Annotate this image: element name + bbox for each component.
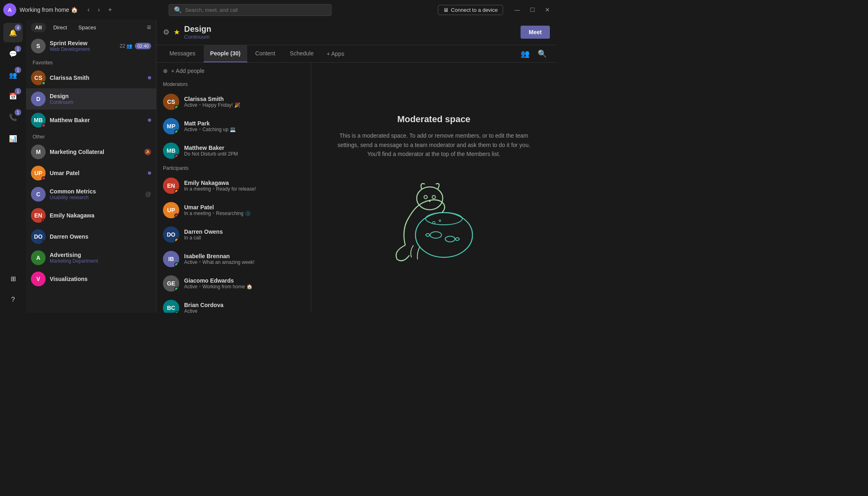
list-item[interactable]: CS Clarissa Smith — [26, 67, 156, 88]
people-info: Isabelle Brennan Active • What an amazin… — [184, 253, 304, 265]
chat-name: Darren Owens — [50, 233, 151, 240]
chat-info: Umar Patel — [50, 170, 144, 176]
people-info: Matt Park Active • Catching up 💻 — [184, 120, 304, 132]
timer-badge: 02:40 — [135, 43, 151, 49]
tab-messages[interactable]: Messages — [163, 45, 202, 62]
list-item[interactable]: D Design Continuum — [26, 88, 156, 110]
maximize-button[interactable]: ☐ — [527, 5, 538, 15]
channel-title-wrap: Design Continuum — [184, 24, 516, 40]
status-dot — [174, 129, 179, 134]
sidebar-item-teams[interactable]: 👥 1 — [3, 65, 23, 85]
status-dot — [174, 262, 179, 267]
channel-tabs: Messages People (30) Content Schedule + … — [156, 45, 556, 63]
search-input[interactable] — [185, 7, 326, 13]
list-item[interactable]: IB Isabelle Brennan Active • What an ama… — [156, 247, 311, 271]
list-item[interactable]: MB Matthew Baker Do Not Disturb until 2P… — [156, 138, 311, 163]
app-title: Working from home 🏠 — [20, 7, 78, 13]
search-bar[interactable]: 🔍 — [169, 4, 332, 16]
svg-point-0 — [415, 213, 472, 257]
sidebar-item-add-apps[interactable]: ⊞ — [3, 269, 23, 288]
tab-people[interactable]: People (30) — [204, 45, 247, 62]
content-area: ⚙ ★ Design Continuum Meet Messages Peopl… — [156, 20, 556, 313]
sidebar-item-chat[interactable]: 💬 1 — [3, 44, 23, 64]
people-name: Emily Nakagawa — [184, 180, 304, 186]
list-item[interactable]: GE Giacomo Edwards Active • Working from… — [156, 271, 311, 296]
list-item[interactable]: M Marketing Collateral 🔕 — [26, 141, 156, 162]
status-dot — [174, 213, 179, 218]
star-icon[interactable]: ★ — [174, 28, 180, 37]
nav-back-button[interactable]: ‹ — [84, 4, 93, 15]
status-text: Active • Happy Friday! 🎉 — [184, 102, 304, 108]
search-tab-icon[interactable]: 🔍 — [534, 46, 550, 61]
list-item[interactable]: UP Umar Patel In a meeting • Researching… — [156, 198, 311, 222]
chat-name: Matthew Baker — [50, 117, 144, 123]
member-count: 22 👥 — [120, 43, 133, 49]
avatar: D — [31, 92, 46, 106]
meet-button[interactable]: Meet — [521, 26, 550, 39]
sidebar-item-help[interactable]: ? — [3, 290, 23, 309]
sidebar-item-calendar[interactable]: 📅 1 — [3, 86, 23, 106]
activity-badge: 4 — [15, 24, 21, 31]
members-icon[interactable]: 👥 — [517, 46, 533, 61]
chat-name: Common Metrics — [50, 188, 141, 195]
tab-schedule[interactable]: Schedule — [283, 45, 320, 62]
tab-content[interactable]: Content — [249, 45, 282, 62]
sidebar-item-activity[interactable]: 🔔 4 — [3, 23, 23, 42]
list-item[interactable]: S Sprint Review Web Development 22 👥 02:… — [26, 35, 156, 57]
people-layout: ⊕ + Add people Moderators CS Clarissa Sm… — [156, 63, 556, 313]
avatar: MP — [163, 118, 179, 134]
list-item[interactable]: MB Matthew Baker — [26, 110, 156, 131]
list-item[interactable]: UP Umar Patel — [26, 162, 156, 184]
chat-name: Umar Patel — [50, 170, 144, 176]
status-text: In a meeting • Researching 🌑 — [184, 211, 304, 216]
list-item[interactable]: EN Emily Nakagawa In a meeting • Ready f… — [156, 173, 311, 198]
list-item[interactable]: DO Darren Owens In a call — [156, 222, 311, 247]
list-item[interactable]: BC Brian Cordova Active — [156, 296, 311, 313]
title-bar-nav: ‹ › + — [84, 4, 115, 15]
favorites-section-label: Favorites — [26, 57, 156, 67]
status-dot — [42, 176, 46, 180]
avatar: EN — [163, 178, 179, 194]
list-item[interactable]: EN Emily Nakagawa — [26, 205, 156, 226]
status-dot — [174, 238, 179, 242]
settings-icon[interactable]: ⚙ — [163, 28, 169, 37]
sprint-badge: 22 👥 02:40 — [120, 43, 151, 49]
chat-list: S Sprint Review Web Development 22 👥 02:… — [26, 35, 156, 313]
list-item[interactable]: V Visualizations — [26, 268, 156, 290]
nav-forward-button[interactable]: › — [94, 4, 103, 15]
moderators-label: Moderators — [156, 79, 311, 90]
list-item[interactable]: CS Clarissa Smith Active • Happy Friday!… — [156, 90, 311, 114]
chat-info: Marketing Collateral — [50, 149, 140, 155]
user-avatar[interactable]: A — [3, 3, 16, 16]
title-bar: A Working from home 🏠 ‹ › + 🔍 🖥 Connect … — [0, 0, 556, 20]
people-info: Darren Owens In a call — [184, 228, 304, 241]
avatar: IB — [163, 251, 179, 267]
filter-menu-button[interactable]: ≡ — [147, 23, 151, 32]
nav-add-button[interactable]: + — [105, 4, 115, 15]
avatar: DO — [31, 229, 46, 244]
add-apps-tab[interactable]: + Apps — [322, 47, 349, 60]
list-item[interactable]: A Advertising Marketing Department — [26, 247, 156, 268]
minimize-button[interactable]: — — [511, 5, 523, 15]
close-button[interactable]: ✕ — [542, 5, 553, 15]
list-item[interactable]: MP Matt Park Active • Catching up 💻 — [156, 114, 311, 138]
people-name: Giacomo Edwards — [184, 277, 304, 284]
list-item[interactable]: C Common Metrics Usability research @ — [26, 184, 156, 205]
chat-info: Sprint Review Web Development — [50, 40, 116, 52]
other-section-label: Other — [26, 131, 156, 141]
unread-indicator — [148, 76, 151, 79]
filter-all-button[interactable]: All — [31, 23, 46, 32]
people-name: Brian Cordova — [184, 302, 304, 308]
status-dot — [42, 81, 46, 85]
sidebar-item-calls[interactable]: 📞 1 — [3, 108, 23, 127]
sidebar-item-analytics[interactable]: 📊 — [3, 129, 23, 148]
people-name: Matt Park — [184, 120, 304, 127]
filter-spaces-button[interactable]: Spaces — [75, 23, 100, 32]
connect-device-button[interactable]: 🖥 Connect to a device — [438, 5, 503, 15]
chat-subtitle: Continuum — [50, 99, 151, 105]
filter-direct-button[interactable]: Direct — [49, 23, 71, 32]
chat-info: Clarissa Smith — [50, 75, 144, 81]
list-item[interactable]: DO Darren Owens — [26, 226, 156, 247]
add-people-button[interactable]: ⊕ + Add people — [156, 63, 311, 79]
help-icon: ? — [11, 296, 15, 303]
